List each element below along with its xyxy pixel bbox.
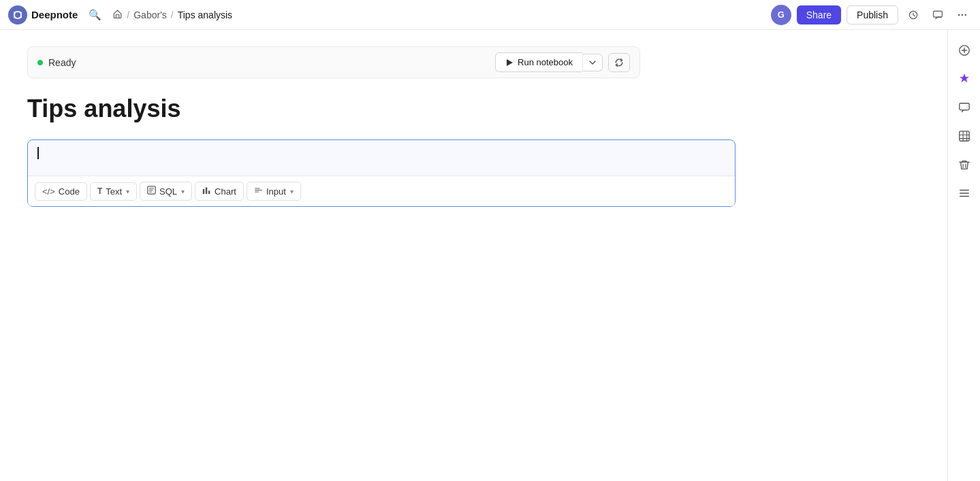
comment-bubble-icon — [958, 101, 970, 114]
svg-rect-12 — [208, 190, 210, 194]
svg-rect-15 — [959, 131, 968, 141]
run-dropdown-button[interactable] — [582, 54, 603, 71]
play-icon — [505, 59, 513, 67]
trash-icon — [958, 159, 970, 171]
share-button[interactable]: Share — [797, 5, 841, 24]
header-actions: G Share Publish — [771, 5, 972, 25]
text-label: Text — [106, 186, 122, 197]
add-block-icon[interactable] — [952, 38, 977, 63]
text-block-button[interactable]: T Text ▾ — [90, 182, 137, 201]
home-icon — [112, 9, 123, 19]
svg-rect-4 — [934, 11, 943, 17]
content-area: Ready Run notebook — [0, 30, 947, 481]
run-notebook-button[interactable]: Run notebook — [495, 52, 582, 72]
more-icon — [957, 10, 968, 20]
pin-icon[interactable] — [952, 67, 977, 91]
input-block-button[interactable]: Input ▾ — [247, 182, 301, 201]
breadcrumb-sep-2: / — [171, 10, 174, 20]
breadcrumb-sep-1: / — [127, 10, 129, 20]
avatar[interactable]: G — [771, 5, 791, 25]
more-options-button[interactable] — [953, 5, 972, 24]
grid-icon — [958, 130, 970, 142]
run-label: Run notebook — [518, 57, 573, 67]
sql-block-button[interactable]: SQL ▾ — [140, 182, 192, 201]
sql-caret: ▾ — [181, 188, 185, 195]
text-caret: ▾ — [126, 188, 129, 195]
run-area: Run notebook — [495, 52, 630, 72]
input-caret: ▾ — [290, 188, 294, 195]
svg-point-6 — [962, 14, 963, 15]
svg-point-1 — [15, 12, 20, 18]
svg-point-5 — [958, 14, 960, 15]
input-label: Input — [266, 186, 286, 197]
lines-icon — [958, 187, 970, 199]
chart-icon — [202, 186, 211, 197]
breadcrumb-workspace[interactable]: Gabor's — [133, 10, 167, 20]
notebook-cell: </> Code T Text ▾ SQL ▾ — [27, 139, 736, 207]
header: Deepnote 🔍 / Gabor's / Tips analysis G S… — [0, 0, 980, 30]
sql-label: SQL — [159, 186, 177, 197]
comment-icon[interactable] — [952, 95, 977, 120]
text-icon: T — [97, 186, 102, 196]
app-name: Deepnote — [31, 9, 78, 20]
menu-icon[interactable] — [952, 181, 977, 205]
svg-point-7 — [965, 14, 966, 15]
code-label: Code — [59, 186, 80, 197]
breadcrumb-home[interactable] — [112, 9, 123, 21]
plus-circle-icon — [958, 44, 970, 56]
cell-cursor — [37, 147, 39, 159]
input-icon — [254, 186, 263, 197]
breadcrumb: 🔍 / Gabor's / Tips analysis — [84, 5, 770, 25]
sql-icon — [147, 186, 156, 197]
svg-marker-8 — [507, 59, 513, 66]
logo-area[interactable]: Deepnote — [8, 5, 78, 24]
comments-button[interactable] — [928, 5, 947, 24]
svg-rect-2 — [116, 14, 120, 18]
history-button[interactable] — [904, 5, 923, 24]
breadcrumb-current-page: Tips analysis — [178, 10, 232, 20]
svg-rect-10 — [203, 189, 204, 194]
chart-label: Chart — [215, 186, 236, 197]
table-icon[interactable] — [952, 124, 977, 148]
svg-rect-11 — [206, 187, 207, 194]
chart-block-button[interactable]: Chart — [195, 182, 244, 201]
page-title: Tips analysis — [27, 95, 920, 123]
cell-toolbar: </> Code T Text ▾ SQL ▾ — [28, 176, 735, 206]
search-icon[interactable]: 🔍 — [84, 5, 106, 25]
right-sidebar — [947, 30, 980, 481]
main-area: Ready Run notebook — [0, 30, 980, 481]
status-dot — [37, 60, 43, 65]
cell-input[interactable] — [28, 140, 735, 176]
refresh-icon — [614, 58, 624, 67]
svg-rect-14 — [959, 103, 968, 110]
pin-magic-icon — [958, 73, 970, 85]
history-icon — [908, 10, 919, 20]
code-icon: </> — [42, 186, 55, 197]
code-block-button[interactable]: </> Code — [35, 182, 87, 201]
status-bar: Ready Run notebook — [27, 46, 640, 78]
comments-icon — [932, 10, 943, 20]
delete-icon[interactable] — [952, 152, 977, 177]
publish-button[interactable]: Publish — [847, 5, 898, 24]
status-text: Ready — [48, 57, 495, 68]
deepnote-logo-icon — [8, 5, 27, 24]
refresh-button[interactable] — [608, 53, 630, 72]
chevron-down-icon — [588, 59, 597, 67]
